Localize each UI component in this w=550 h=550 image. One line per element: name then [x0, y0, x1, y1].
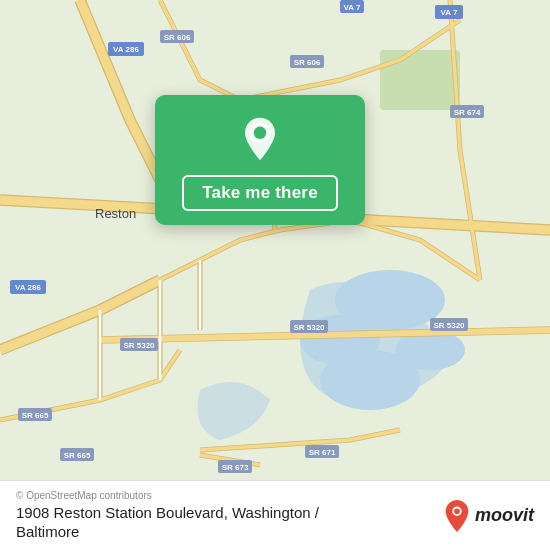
svg-text:SR 5320: SR 5320 [433, 321, 465, 330]
map-container: VA 7 VA 286 VA 286 SR 606 SR 606 SR 674 … [0, 0, 550, 480]
svg-point-38 [454, 508, 460, 514]
svg-text:SR 673: SR 673 [222, 463, 249, 472]
navigation-card: Take me there [155, 95, 365, 225]
svg-point-35 [254, 127, 266, 139]
svg-text:SR 606: SR 606 [294, 58, 321, 67]
address-text: 1908 Reston Station Boulevard, Washingto… [16, 503, 433, 542]
copyright-text: © OpenStreetMap contributors [16, 490, 433, 501]
svg-text:SR 606: SR 606 [164, 33, 191, 42]
svg-rect-4 [380, 50, 460, 110]
svg-text:VA 286: VA 286 [113, 45, 139, 54]
svg-text:Reston: Reston [95, 206, 136, 221]
svg-text:VA 7: VA 7 [441, 8, 458, 17]
map-svg: VA 7 VA 286 VA 286 SR 606 SR 606 SR 674 … [0, 0, 550, 480]
svg-text:SR 665: SR 665 [22, 411, 49, 420]
svg-text:SR 665: SR 665 [64, 451, 91, 460]
svg-text:SR 674: SR 674 [454, 108, 481, 117]
location-pin-icon [234, 113, 286, 165]
take-me-there-button[interactable]: Take me there [182, 175, 338, 211]
moovit-logo: moovit [443, 499, 534, 533]
svg-text:SR 671: SR 671 [309, 448, 336, 457]
moovit-pin-icon [443, 499, 471, 533]
svg-text:VA 286: VA 286 [15, 283, 41, 292]
bottom-bar: © OpenStreetMap contributors 1908 Reston… [0, 480, 550, 550]
address-area: © OpenStreetMap contributors 1908 Reston… [16, 490, 433, 542]
svg-text:SR 5320: SR 5320 [123, 341, 155, 350]
svg-text:SR 5320: SR 5320 [293, 323, 325, 332]
moovit-label: moovit [475, 505, 534, 526]
svg-text:VA 7: VA 7 [344, 3, 361, 12]
